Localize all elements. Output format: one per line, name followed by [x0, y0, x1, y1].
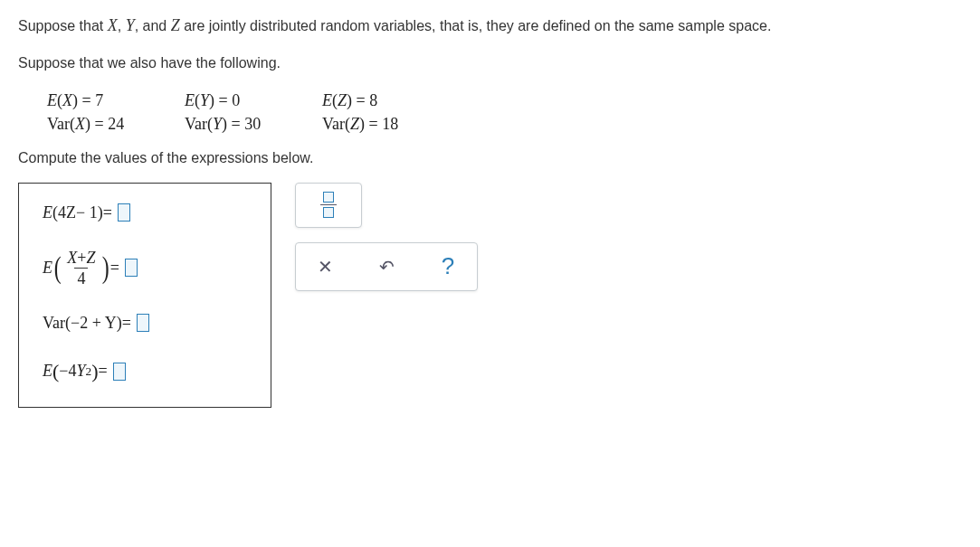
- compute-instruction: Compute the values of the expressions be…: [18, 150, 962, 166]
- x-icon: ✕: [318, 256, 333, 278]
- answer-1-input[interactable]: [118, 203, 130, 222]
- answer-2-input[interactable]: [125, 259, 138, 277]
- var-z: Z: [171, 16, 180, 34]
- var-y-cell: Var(Y) = 30: [185, 114, 293, 134]
- clear-button[interactable]: ✕: [312, 254, 338, 279]
- intro-text-1: Suppose that: [18, 18, 108, 33]
- answer-4: E(−4Y2) =: [43, 360, 247, 383]
- intro-line-1: Suppose that X, Y, and Z are jointly dis…: [18, 14, 962, 37]
- intro-sep-1: ,: [118, 18, 126, 33]
- answer-2: E ( X+Z 4 ) =: [43, 250, 247, 287]
- fraction-tool-button[interactable]: [316, 193, 341, 218]
- undo-icon: ↶: [379, 256, 395, 278]
- tool-panel: ✕ ↶ ?: [295, 183, 478, 291]
- work-area: E(4Z− 1) = E ( X+Z 4 ) = Var(−2 + Y) = E…: [18, 183, 962, 408]
- help-icon: ?: [442, 252, 454, 280]
- fraction-icon: [320, 192, 337, 219]
- fraction-tool-row: [295, 183, 362, 228]
- answer-4-input[interactable]: [113, 363, 126, 381]
- given-values: E(X) = 7 E(Y) = 0 E(Z) = 8 Var(X) = 24 V…: [18, 90, 962, 134]
- big-paren: ( X+Z 4 ): [52, 250, 110, 287]
- expectation-row: E(X) = 7 E(Y) = 0 E(Z) = 8: [47, 90, 962, 110]
- answer-3: Var(−2 + Y) =: [43, 314, 247, 333]
- intro-line-2: Suppose that we also have the following.: [18, 53, 962, 73]
- var-y: Y: [126, 16, 135, 34]
- e-x: E(X) = 7: [47, 90, 156, 110]
- action-tool-row: ✕ ↶ ?: [295, 242, 478, 291]
- help-button[interactable]: ?: [435, 254, 461, 279]
- var-z-cell: Var(Z) = 18: [322, 114, 431, 134]
- intro-text-2: are jointly distributed random variables…: [180, 18, 772, 33]
- variance-row: Var(X) = 24 Var(Y) = 30 Var(Z) = 18: [47, 114, 962, 134]
- e-y: E(Y) = 0: [185, 90, 293, 110]
- undo-button[interactable]: ↶: [374, 254, 399, 279]
- answer-1: E(4Z− 1) =: [43, 203, 247, 222]
- e-z: E(Z) = 8: [322, 90, 431, 110]
- fraction: X+Z 4: [64, 250, 98, 287]
- var-x: X: [108, 16, 118, 34]
- var-x-cell: Var(X) = 24: [47, 114, 156, 134]
- intro-sep-2: , and: [135, 18, 171, 33]
- answer-box: E(4Z− 1) = E ( X+Z 4 ) = Var(−2 + Y) = E…: [18, 183, 271, 408]
- answer-3-input[interactable]: [137, 314, 149, 332]
